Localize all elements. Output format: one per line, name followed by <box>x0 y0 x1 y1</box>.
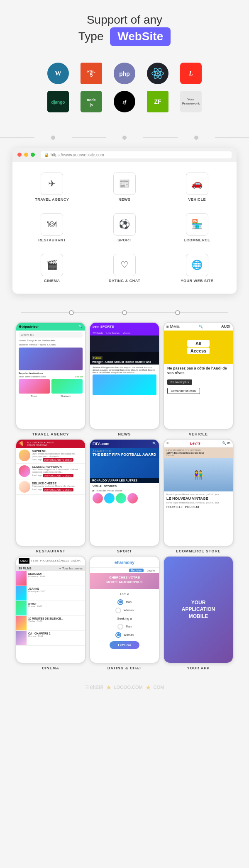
grid-item-dating[interactable]: ♡ DATING & CHAT <box>90 250 159 287</box>
vehicle-label: VEHICLE <box>188 197 206 202</box>
dating-label: DATING & CHAT <box>109 279 140 283</box>
tl-dot-3 <box>175 310 180 315</box>
lock-icon: 🔒 <box>44 153 49 157</box>
frameworks-row-2: django node js sf <box>12 91 237 112</box>
browser-section: 🔒 https://www.yourwebsite.com ✈ TRAVEL A… <box>0 144 249 306</box>
django-icon: django <box>47 91 69 112</box>
svg-text:django: django <box>51 100 65 105</box>
phone-card-pizza: 🍕 ALL CHICKEN KLARGE CREATE YOUR OWN SUP… <box>15 439 86 553</box>
vehicle-label-phone: VEHICLE <box>189 432 208 436</box>
timeline-line-3 <box>143 137 178 138</box>
tripadvisor-label: TRAVEL AGENCY <box>32 432 69 436</box>
svg-text:W: W <box>55 70 61 77</box>
phone-mockup-harmony: eharmony Register Log In CHERCHEZ VOTRE … <box>89 556 160 664</box>
laravel-icon: L <box>180 63 202 84</box>
vehicle-icon: 🚗 <box>186 173 208 195</box>
frameworks-row-1: W HTML 5 php <box>12 63 237 84</box>
svg-text:php: php <box>119 71 130 77</box>
phone-card-yourapp: YOURAPPLICATIONMOBILE YOUR APP <box>163 556 234 670</box>
phone-mockup-ugc: UGC FILMS PROCHAINES SÉANCES CINÉMA 99 F… <box>15 556 86 664</box>
restaurant-label-phone: RESTAURANT <box>36 549 65 553</box>
travel-icon: ✈ <box>41 173 63 195</box>
grid-item-news[interactable]: 📰 NEWS <box>90 168 159 206</box>
zend-icon: ZF <box>147 91 168 112</box>
phones-row-1: ⊕tripadvisor 🔍 Where to? Hotels Things t… <box>4 322 245 436</box>
framework-zend: ZF <box>145 91 170 112</box>
nodejs-icon: node js <box>81 91 102 112</box>
svg-text:Your: Your <box>187 97 195 101</box>
phones-row-3: UGC FILMS PROCHAINES SÉANCES CINÉMA 99 F… <box>4 556 245 670</box>
svg-point-11 <box>157 72 159 74</box>
news-icon: 📰 <box>113 173 136 195</box>
your-app-text: YOURAPPLICATIONMOBILE <box>182 599 215 620</box>
phone-card-levis: ≡ Levi's 🔍 🛍 LEVI'S® PRIDE COLLECTION 10… <box>163 439 234 553</box>
phone-mockup-yourapp: YOURAPPLICATIONMOBILE <box>163 556 234 664</box>
svg-text:sf: sf <box>122 99 127 105</box>
browser-url: https://www.yourwebsite.com <box>51 153 104 157</box>
sport-icon: ⚽ <box>113 213 136 236</box>
header-section: Support of any Type WebSite <box>0 0 249 54</box>
svg-text:L: L <box>188 70 193 77</box>
tl-dot-1 <box>69 310 74 315</box>
grid-item-cinema[interactable]: 🎬 CINEMA <box>17 250 87 287</box>
grid-item-ecommerce[interactable]: 🏪 ECOMMERCE <box>162 209 232 246</box>
framework-django: django <box>46 91 71 112</box>
framework-nodejs: node js <box>79 91 104 112</box>
browser-address-bar[interactable]: 🔒 https://www.yourwebsite.com <box>41 151 232 158</box>
phone-mockup-pizza: 🍕 ALL CHICKEN KLARGE CREATE YOUR OWN SUP… <box>15 439 86 547</box>
browser-dot-red <box>17 153 22 157</box>
framework-html5: HTML 5 <box>79 63 104 84</box>
ecommerce-icon: 🏪 <box>186 213 208 236</box>
react-icon <box>147 63 168 84</box>
phone-mockup-audi: ≡ Menu 🔍 AUDI All Access Ne passez pas à… <box>163 322 234 430</box>
news-label: NEWS <box>118 197 130 202</box>
timeline-line-2 <box>72 137 106 138</box>
grid-item-restaurant[interactable]: 🍽 RESTAURANT <box>17 209 87 246</box>
ecommerce-label: ECOMMERCE <box>184 238 210 242</box>
timeline-dot-3 <box>194 136 198 140</box>
news-label-phone: NEWS <box>118 432 131 436</box>
phone-card-tripadvisor: ⊕tripadvisor 🔍 Where to? Hotels Things t… <box>15 322 86 436</box>
php-icon: php <box>114 63 135 84</box>
watermark-com: COM <box>154 685 164 690</box>
grid-item-travel[interactable]: ✈ TRAVEL AGENCY <box>17 168 87 206</box>
tl-dot-2 <box>122 310 127 315</box>
tl-row <box>21 310 228 315</box>
svg-text:5: 5 <box>90 72 93 78</box>
cinema-label: CINEMA <box>44 279 60 283</box>
restaurant-icon: 🍽 <box>41 213 63 236</box>
grid-item-yoursite[interactable]: 🌐 YOUR WEB SITE <box>162 250 232 287</box>
restaurant-label: RESTAURANT <box>38 238 66 242</box>
svg-text:node: node <box>87 98 96 102</box>
cinema-icon: 🎬 <box>41 254 63 276</box>
framework-php: php <box>112 63 137 84</box>
watermark-site: LOOOO.COM <box>114 685 143 690</box>
dating-label-phone: DATING & CHAT <box>107 666 142 670</box>
header-title: Support of any Type WebSite <box>8 12 241 46</box>
grid-item-vehicle[interactable]: 🚗 VEHICLE <box>162 168 232 206</box>
browser-titlebar: 🔒 https://www.yourwebsite.com <box>12 148 237 162</box>
watermark-text: 三创源码 <box>85 684 103 691</box>
sport-label-phone: SPORT <box>117 549 132 553</box>
timeline-dot-1 <box>51 136 55 140</box>
website-types-grid: ✈ TRAVEL AGENCY 📰 NEWS 🚗 VEHICLE 🍽 RESTA… <box>12 162 237 294</box>
phone-card-audi: ≡ Menu 🔍 AUDI All Access Ne passez pas à… <box>163 322 234 436</box>
framework-react <box>145 63 170 84</box>
phone-mockup-levis: ≡ Levi's 🔍 🛍 LEVI'S® PRIDE COLLECTION 10… <box>163 439 234 547</box>
yoursite-icon: 🌐 <box>186 254 208 276</box>
grid-item-sport[interactable]: ⚽ SPORT <box>90 209 159 246</box>
browser-mockup: 🔒 https://www.yourwebsite.com ✈ TRAVEL A… <box>12 148 237 294</box>
dating-icon: ♡ <box>113 254 136 276</box>
wordpress-icon: W <box>47 63 69 84</box>
phones-row-2: 🍕 ALL CHICKEN KLARGE CREATE YOUR OWN SUP… <box>4 439 245 553</box>
phone-card-ugc: UGC FILMS PROCHAINES SÉANCES CINÉMA 99 F… <box>15 556 86 670</box>
framework-laravel: L <box>178 63 203 84</box>
cinema-label-phone: CINEMA <box>42 666 59 670</box>
browser-dot-yellow <box>24 153 28 157</box>
custom-framework-icon: Your Framework <box>180 91 202 112</box>
travel-label: TRAVEL AGENCY <box>35 197 69 202</box>
phone-mockup-fifa: FIFA.com 🔍 À LA AFFICHE THE BEST FIFA FO… <box>89 439 160 547</box>
watermark-star-2: ★ <box>145 683 151 691</box>
phone-mockup-bein: bein SPORTS TV Guide Live Scores Videos … <box>89 322 160 430</box>
framework-custom: Your Framework <box>178 91 203 112</box>
